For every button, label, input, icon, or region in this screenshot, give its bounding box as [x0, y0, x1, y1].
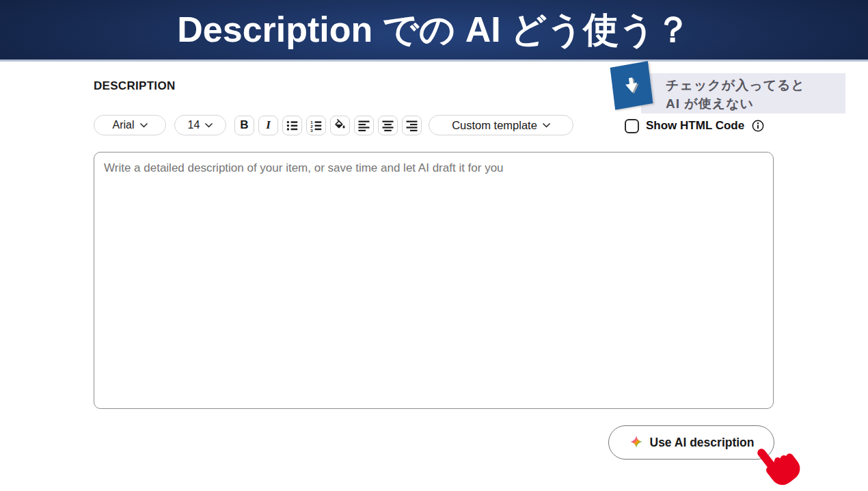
ai-sparkle-icon [629, 435, 644, 450]
use-ai-description-label: Use AI description [650, 436, 755, 450]
callout-line2: AI が使えない [666, 94, 845, 113]
show-html-row: Show HTML Code [625, 118, 765, 134]
italic-button[interactable]: I [258, 116, 278, 135]
chevron-down-icon [140, 123, 148, 128]
template-select[interactable]: Custom template [429, 115, 573, 135]
fill-color-button[interactable] [330, 116, 350, 135]
chevron-down-icon [543, 123, 550, 128]
bold-glyph: B [240, 118, 248, 132]
align-right-icon [405, 119, 418, 132]
align-right-button[interactable] [402, 116, 422, 135]
show-html-checkbox[interactable] [625, 119, 639, 133]
chevron-down-icon [205, 123, 213, 128]
description-section-label: DESCRIPTION [94, 79, 175, 93]
italic-glyph: I [266, 118, 271, 132]
annotation-callout: チェックが入ってると AI が使えない [641, 73, 845, 114]
banner: Description での AI どう使う？ [0, 0, 868, 62]
align-left-icon [357, 119, 370, 132]
svg-text:3: 3 [310, 127, 313, 131]
template-value: Custom template [452, 119, 537, 132]
editor-toolbar: Arial 14 B I 1 2 3 [94, 115, 573, 135]
align-center-icon [381, 119, 394, 132]
callout-line1: チェックが入ってると [666, 76, 845, 94]
bullet-list-icon [286, 119, 299, 132]
down-arrow-icon [610, 61, 653, 109]
font-family-value: Arial [112, 119, 134, 131]
show-html-label: Show HTML Code [646, 119, 744, 133]
font-size-value: 14 [188, 119, 200, 131]
bullet-list-button[interactable] [282, 116, 302, 135]
paint-bucket-icon [334, 119, 347, 132]
description-textarea[interactable] [94, 152, 774, 409]
banner-title: Description での AI どう使う？ [177, 6, 691, 54]
align-left-button[interactable] [354, 116, 374, 135]
font-size-select[interactable]: 14 [174, 115, 226, 135]
numbered-list-button[interactable]: 1 2 3 [306, 116, 326, 135]
use-ai-description-button[interactable]: Use AI description [608, 425, 774, 460]
font-family-select[interactable]: Arial [94, 115, 166, 135]
numbered-list-icon: 1 2 3 [310, 119, 323, 132]
align-center-button[interactable] [378, 116, 398, 135]
info-icon[interactable] [751, 119, 765, 133]
bold-button[interactable]: B [234, 116, 254, 135]
screenshot-root: Description での AI どう使う？ DESCRIPTION Aria… [0, 0, 868, 491]
